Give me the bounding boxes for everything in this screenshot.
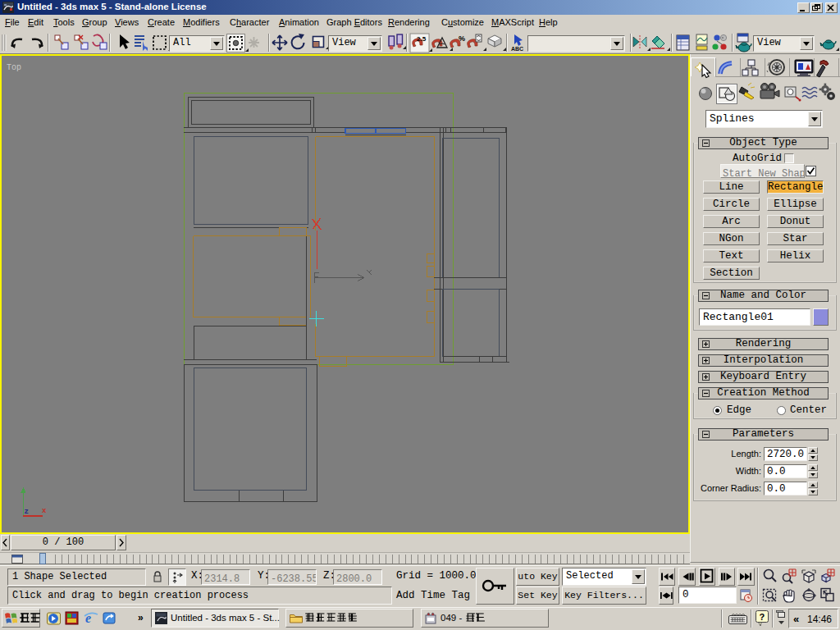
svg-text:?: ? <box>760 612 765 622</box>
svg-text:2.5: 2.5 <box>417 35 427 43</box>
svg-text:x: x <box>42 507 47 515</box>
svg-text:Top: Top <box>7 63 21 72</box>
svg-text:ABC: ABC <box>511 46 523 52</box>
svg-text:%: % <box>459 34 465 43</box>
svg-text:z: z <box>25 508 29 516</box>
